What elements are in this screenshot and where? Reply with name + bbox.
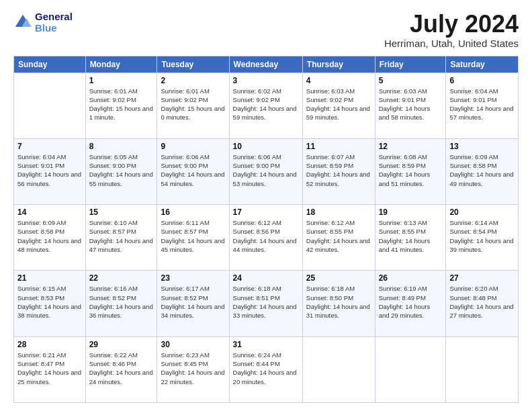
cell-info: Sunrise: 6:01 AMSunset: 9:02 PMDaylight:… [89,87,153,122]
calendar-cell: 15 Sunrise: 6:10 AMSunset: 8:57 PMDaylig… [85,205,157,271]
logo: General Blue [13,11,73,34]
cell-info: Sunrise: 6:06 AMSunset: 9:00 PMDaylight:… [233,153,297,187]
day-number: 26 [379,273,443,283]
cell-info: Sunrise: 6:03 AMSunset: 9:01 PMDaylight:… [379,87,431,122]
day-number: 31 [233,340,299,349]
col-saturday: Saturday [446,56,519,73]
day-number: 30 [161,340,225,349]
calendar-cell [302,336,375,402]
day-number: 4 [306,76,371,85]
cell-info: Sunrise: 6:01 AMSunset: 9:02 PMDaylight:… [161,87,224,122]
day-number: 3 [233,76,299,85]
main-title: July 2024 [384,11,519,38]
col-tuesday: Tuesday [157,56,229,73]
day-number: 25 [306,273,371,283]
cell-info: Sunrise: 6:12 AMSunset: 8:55 PMDaylight:… [306,219,370,253]
cell-info: Sunrise: 6:19 AMSunset: 8:49 PMDaylight:… [379,285,431,319]
cell-info: Sunrise: 6:16 AMSunset: 8:52 PMDaylight:… [89,285,153,319]
col-thursday: Thursday [302,56,375,73]
header: General Blue July 2024 Herriman, Utah, U… [13,11,519,49]
cell-info: Sunrise: 6:12 AMSunset: 8:56 PMDaylight:… [233,219,297,253]
col-friday: Friday [375,56,446,73]
calendar-cell: 29 Sunrise: 6:22 AMSunset: 8:46 PMDaylig… [85,336,157,402]
calendar-cell: 13 Sunrise: 6:09 AMSunset: 8:58 PMDaylig… [446,138,519,204]
cell-info: Sunrise: 6:18 AMSunset: 8:50 PMDaylight:… [306,285,370,319]
day-number: 6 [449,76,515,85]
calendar-cell: 20 Sunrise: 6:14 AMSunset: 8:54 PMDaylig… [446,205,519,271]
day-number: 21 [17,273,82,283]
calendar-cell: 25 Sunrise: 6:18 AMSunset: 8:50 PMDaylig… [302,271,375,336]
day-number: 14 [17,208,82,217]
calendar-cell [14,73,86,138]
col-monday: Monday [85,56,157,73]
title-block: July 2024 Herriman, Utah, United States [384,11,519,49]
day-number: 11 [306,142,371,151]
day-number: 16 [161,208,225,217]
cell-info: Sunrise: 6:20 AMSunset: 8:48 PMDaylight:… [449,285,513,319]
day-number: 24 [233,273,299,283]
calendar-cell: 19 Sunrise: 6:13 AMSunset: 8:55 PMDaylig… [375,205,446,271]
cell-info: Sunrise: 6:02 AMSunset: 9:02 PMDaylight:… [233,87,297,122]
day-number: 15 [89,208,154,217]
day-number: 10 [233,142,299,151]
day-number: 8 [89,142,154,151]
cell-info: Sunrise: 6:22 AMSunset: 8:46 PMDaylight:… [89,351,153,385]
cell-info: Sunrise: 6:10 AMSunset: 8:57 PMDaylight:… [89,219,153,253]
cell-info: Sunrise: 6:18 AMSunset: 8:51 PMDaylight:… [233,285,297,319]
cell-info: Sunrise: 6:17 AMSunset: 8:52 PMDaylight:… [161,285,224,319]
cell-info: Sunrise: 6:07 AMSunset: 8:59 PMDaylight:… [306,153,370,187]
day-number: 7 [17,142,82,151]
day-number: 29 [89,340,154,349]
calendar-table: Sunday Monday Tuesday Wednesday Thursday… [13,56,519,403]
calendar-cell: 26 Sunrise: 6:19 AMSunset: 8:49 PMDaylig… [375,271,446,336]
cell-info: Sunrise: 6:24 AMSunset: 8:44 PMDaylight:… [233,351,297,385]
week-row-4: 21 Sunrise: 6:15 AMSunset: 8:53 PMDaylig… [14,271,519,336]
cell-info: Sunrise: 6:13 AMSunset: 8:55 PMDaylight:… [379,219,431,253]
day-number: 1 [89,76,154,85]
calendar-cell: 12 Sunrise: 6:08 AMSunset: 8:59 PMDaylig… [375,138,446,204]
cell-info: Sunrise: 6:09 AMSunset: 8:58 PMDaylight:… [17,219,81,253]
week-row-3: 14 Sunrise: 6:09 AMSunset: 8:58 PMDaylig… [14,205,519,271]
subtitle: Herriman, Utah, United States [384,38,519,49]
col-sunday: Sunday [14,56,86,73]
calendar-cell: 27 Sunrise: 6:20 AMSunset: 8:48 PMDaylig… [446,271,519,336]
day-number: 12 [379,142,443,151]
day-number: 20 [449,208,515,217]
calendar-cell: 7 Sunrise: 6:04 AMSunset: 9:01 PMDayligh… [14,138,86,204]
day-number: 22 [89,273,154,283]
cell-info: Sunrise: 6:14 AMSunset: 8:54 PMDaylight:… [449,219,513,253]
calendar-cell: 16 Sunrise: 6:11 AMSunset: 8:57 PMDaylig… [157,205,229,271]
calendar-cell: 14 Sunrise: 6:09 AMSunset: 8:58 PMDaylig… [14,205,86,271]
day-number: 5 [379,76,443,85]
logo-text: General Blue [35,11,73,34]
logo-icon [13,13,32,32]
day-number: 28 [17,340,82,349]
calendar-cell: 2 Sunrise: 6:01 AMSunset: 9:02 PMDayligh… [157,73,229,138]
page: General Blue July 2024 Herriman, Utah, U… [0,0,532,411]
day-number: 27 [449,273,515,283]
day-number: 2 [161,76,225,85]
calendar-cell [375,336,446,402]
calendar-cell: 8 Sunrise: 6:05 AMSunset: 9:00 PMDayligh… [85,138,157,204]
calendar-cell [446,336,519,402]
day-number: 19 [379,208,443,217]
calendar-cell: 10 Sunrise: 6:06 AMSunset: 9:00 PMDaylig… [229,138,302,204]
calendar-cell: 31 Sunrise: 6:24 AMSunset: 8:44 PMDaylig… [229,336,302,402]
cell-info: Sunrise: 6:15 AMSunset: 8:53 PMDaylight:… [17,285,81,319]
cell-info: Sunrise: 6:06 AMSunset: 9:00 PMDaylight:… [161,153,224,187]
day-number: 13 [449,142,515,151]
cell-info: Sunrise: 6:03 AMSunset: 9:02 PMDaylight:… [306,87,370,122]
cell-info: Sunrise: 6:11 AMSunset: 8:57 PMDaylight:… [161,219,224,253]
calendar-cell: 6 Sunrise: 6:04 AMSunset: 9:01 PMDayligh… [446,73,519,138]
calendar-cell: 9 Sunrise: 6:06 AMSunset: 9:00 PMDayligh… [157,138,229,204]
day-number: 18 [306,208,371,217]
col-wednesday: Wednesday [229,56,302,73]
week-row-2: 7 Sunrise: 6:04 AMSunset: 9:01 PMDayligh… [14,138,519,204]
cell-info: Sunrise: 6:05 AMSunset: 9:00 PMDaylight:… [89,153,153,187]
calendar-cell: 24 Sunrise: 6:18 AMSunset: 8:51 PMDaylig… [229,271,302,336]
cell-info: Sunrise: 6:21 AMSunset: 8:47 PMDaylight:… [17,351,81,385]
calendar-cell: 1 Sunrise: 6:01 AMSunset: 9:02 PMDayligh… [85,73,157,138]
calendar-cell: 17 Sunrise: 6:12 AMSunset: 8:56 PMDaylig… [229,205,302,271]
week-row-1: 1 Sunrise: 6:01 AMSunset: 9:02 PMDayligh… [14,73,519,138]
calendar-cell: 21 Sunrise: 6:15 AMSunset: 8:53 PMDaylig… [14,271,86,336]
